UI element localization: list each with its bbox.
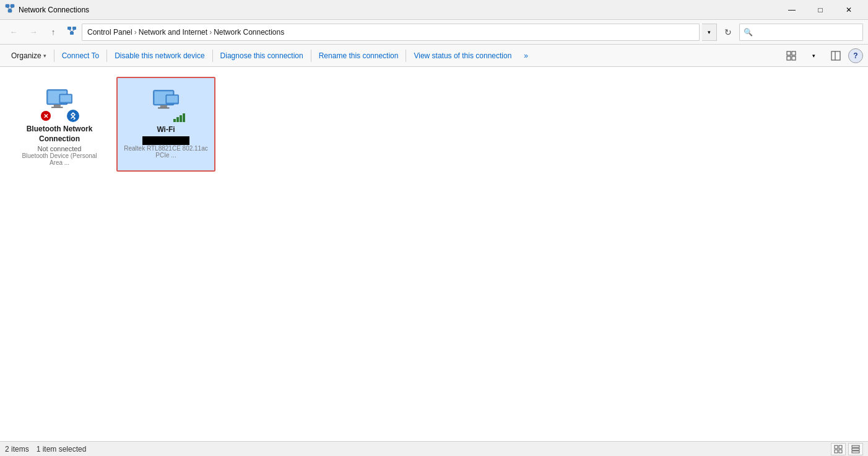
toolbar: Organize ▾ Connect To Disable this netwo… <box>0 45 868 67</box>
window-controls: — □ ✕ <box>778 0 863 20</box>
svg-rect-5 <box>67 27 71 30</box>
wifi-signal-icon <box>173 113 186 123</box>
bluetooth-name: Bluetooth Network Connection <box>15 125 103 144</box>
items-count: 2 items <box>5 445 29 454</box>
change-view-button[interactable] <box>781 47 801 64</box>
toolbar-right-controls: ▾ ? <box>781 47 863 64</box>
wifi-item[interactable]: Wi-Fi Realtek RTL8821CE 802.11ac PCIe ..… <box>116 77 215 172</box>
svg-rect-11 <box>792 51 796 55</box>
toolbar-separator-5 <box>406 50 406 62</box>
svg-rect-6 <box>72 27 76 30</box>
wifi-icon-wrapper <box>146 83 186 123</box>
svg-rect-14 <box>831 51 840 60</box>
connect-to-button[interactable]: Connect To <box>56 46 106 66</box>
view-dropdown-button[interactable]: ▾ <box>804 47 823 64</box>
window-icon <box>5 4 15 15</box>
bluetooth-item[interactable]: ✕ Bluetooth Network Connection Not conne… <box>10 77 109 172</box>
up-button[interactable]: ↑ <box>45 24 62 41</box>
svg-rect-27 <box>167 95 178 102</box>
items-container: ✕ Bluetooth Network Connection Not conne… <box>0 67 868 441</box>
svg-line-3 <box>7 7 10 9</box>
search-icon: 🔍 <box>744 28 753 37</box>
bluetooth-icon-wrapper: ✕ <box>40 82 79 122</box>
pane-icon <box>831 51 841 61</box>
bluetooth-status: Not connected <box>38 145 82 152</box>
search-box[interactable]: 🔍 <box>739 24 863 41</box>
more-button[interactable]: » <box>518 46 534 66</box>
path-network-internet: Network and Internet <box>139 28 207 37</box>
path-control-panel: Control Panel <box>87 28 132 37</box>
title-bar: Network Connections — □ ✕ <box>0 0 868 20</box>
address-bar: ← → ↑ Control Panel › Network and Intern… <box>0 20 868 45</box>
toolbar-separator-4 <box>311 50 311 62</box>
svg-rect-2 <box>8 9 12 12</box>
svg-rect-29 <box>839 445 842 449</box>
rename-button[interactable]: Rename this connection <box>313 46 405 66</box>
help-icon: ? <box>853 51 857 60</box>
svg-line-9 <box>72 30 74 32</box>
status-bar: 2 items 1 item selected <box>0 441 868 456</box>
svg-rect-34 <box>852 451 859 453</box>
toolbar-separator-1 <box>54 50 54 62</box>
address-icon <box>67 26 77 38</box>
organize-chevron-icon: ▾ <box>43 53 46 59</box>
maximize-button[interactable]: □ <box>806 0 835 20</box>
wifi-ssid-hidden <box>142 136 190 145</box>
content-area: ✕ Bluetooth Network Connection Not conne… <box>0 67 868 441</box>
path-network-connections: Network Connections <box>214 28 284 37</box>
help-button[interactable]: ? <box>848 48 863 63</box>
svg-rect-10 <box>787 51 791 55</box>
diagnose-button[interactable]: Diagnose this connection <box>214 46 310 66</box>
disable-button[interactable]: Disable this network device <box>108 46 210 66</box>
svg-rect-32 <box>852 445 859 447</box>
back-button[interactable]: ← <box>5 24 22 41</box>
status-view-list-button[interactable] <box>848 443 863 455</box>
svg-rect-7 <box>70 32 74 35</box>
svg-rect-31 <box>839 450 842 453</box>
svg-line-8 <box>69 30 72 32</box>
status-bar-right <box>831 443 863 455</box>
bluetooth-adapter: Bluetooth Device (Personal Area ... <box>15 152 103 166</box>
window-title: Network Connections <box>19 6 778 14</box>
svg-rect-18 <box>54 105 61 107</box>
svg-rect-1 <box>11 4 14 7</box>
bluetooth-overlay-icon <box>67 110 79 122</box>
forward-button[interactable]: → <box>25 24 42 41</box>
svg-rect-21 <box>60 95 71 102</box>
toolbar-separator-3 <box>212 50 213 62</box>
svg-rect-33 <box>852 448 859 450</box>
svg-line-4 <box>10 7 12 9</box>
svg-rect-25 <box>158 107 169 108</box>
toolbar-separator-2 <box>106 50 107 62</box>
status-view-detail-button[interactable] <box>831 443 846 455</box>
svg-rect-19 <box>51 107 63 108</box>
view-icon <box>786 51 796 61</box>
svg-rect-24 <box>160 105 167 108</box>
view-status-button[interactable]: View status of this connection <box>407 46 518 66</box>
bluetooth-error-badge: ✕ <box>41 111 51 121</box>
close-button[interactable]: ✕ <box>835 0 863 20</box>
svg-rect-12 <box>787 56 791 60</box>
svg-rect-30 <box>835 450 838 453</box>
organize-button[interactable]: Organize ▾ <box>5 46 53 66</box>
items-selected: 1 item selected <box>37 445 87 454</box>
preview-pane-button[interactable] <box>826 47 846 64</box>
wifi-adapter: Realtek RTL8821CE 802.11ac PCIe ... <box>123 145 209 159</box>
svg-rect-0 <box>6 4 9 7</box>
svg-rect-13 <box>792 56 796 60</box>
address-path[interactable]: Control Panel › Network and Internet › N… <box>82 24 700 41</box>
refresh-button[interactable]: ↻ <box>719 24 737 41</box>
address-dropdown[interactable]: ▾ <box>702 24 717 41</box>
minimize-button[interactable]: — <box>778 0 806 20</box>
wifi-name: Wi-Fi <box>157 125 175 135</box>
svg-rect-28 <box>835 445 838 449</box>
view-chevron-icon: ▾ <box>812 53 815 59</box>
